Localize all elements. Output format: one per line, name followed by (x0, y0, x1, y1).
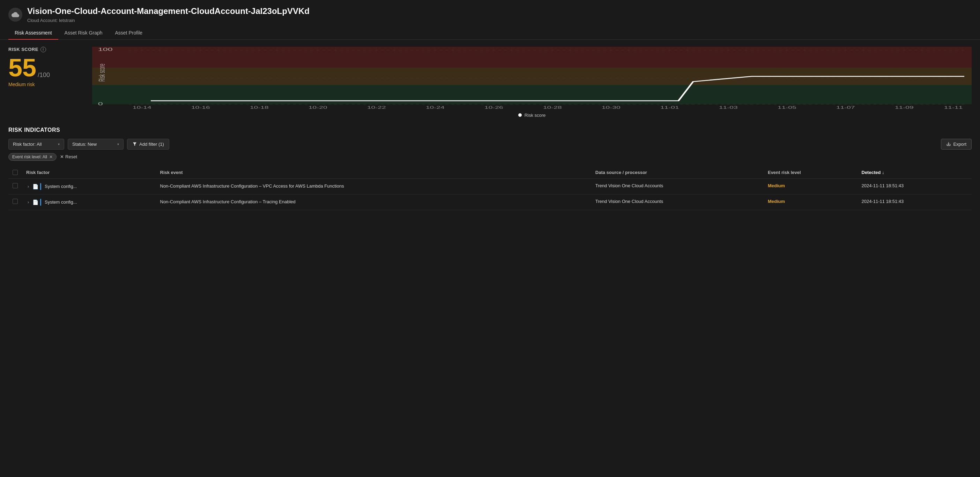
risk-indicators-section: RISK INDICATORS Risk factor: All ▾ Statu… (8, 127, 972, 210)
app-icon (8, 8, 22, 22)
row-checkbox[interactable] (13, 183, 18, 188)
th-risk-factor: Risk factor (22, 166, 156, 179)
export-icon (946, 141, 951, 146)
svg-text:11-05: 11-05 (778, 106, 796, 109)
row-checkbox[interactable] (13, 199, 18, 204)
chevron-down-icon: ▾ (117, 142, 119, 146)
svg-text:11-03: 11-03 (719, 106, 738, 109)
chart-svg: 100 0 Risk score 10-14 10-16 10-18 10-20… (92, 47, 972, 109)
svg-text:10-18: 10-18 (250, 106, 269, 109)
svg-text:11-11: 11-11 (944, 106, 963, 109)
close-icon: ✕ (60, 154, 64, 159)
svg-text:10-30: 10-30 (602, 106, 620, 109)
event-risk-level-chip[interactable]: Event risk level: All ✕ (8, 153, 57, 161)
risk-event-cell: Non-Compliant AWS Infrastructure Configu… (156, 194, 591, 210)
detected-cell: 2024-11-11 18:51:43 (858, 179, 972, 194)
svg-text:100: 100 (98, 47, 113, 52)
risk-indicators-title: RISK INDICATORS (8, 127, 972, 133)
chevron-down-icon: ▾ (58, 142, 60, 146)
th-event-risk-level: Event risk level (764, 166, 858, 179)
detected-cell: 2024-11-11 18:51:43 (858, 194, 972, 210)
add-filter-button[interactable]: Add filter (1) (127, 139, 169, 150)
risk-score-section: RISK SCORE i 55/100 Medium risk 100 0 (8, 47, 972, 116)
svg-text:0: 0 (98, 101, 103, 106)
risk-level-bar (40, 199, 41, 206)
filters-row: Risk factor: All ▾ Status: New ▾ Add fil… (8, 139, 972, 150)
svg-rect-0 (92, 47, 972, 68)
svg-text:10-22: 10-22 (367, 106, 386, 109)
svg-text:10-24: 10-24 (426, 106, 445, 109)
event-risk-level-cell: Medium (764, 194, 858, 210)
risk-factor-filter[interactable]: Risk factor: All ▾ (8, 139, 64, 150)
risk-score-label: RISK SCORE i (8, 47, 85, 52)
header-text: Vision-One-Cloud-Account-Management-Clou… (27, 6, 310, 23)
main-content: RISK SCORE i 55/100 Medium risk 100 0 (0, 40, 980, 217)
th-checkbox (8, 166, 22, 179)
document-icon: 📄 (32, 199, 39, 206)
tab-risk-assessment[interactable]: Risk Assessment (8, 27, 58, 40)
table-header-row: Risk factor Risk event Data source / pro… (8, 166, 972, 179)
th-detected[interactable]: Detected ↓ (858, 166, 972, 179)
svg-text:10-16: 10-16 (191, 106, 210, 109)
expand-row-button[interactable]: › (26, 200, 30, 205)
page-header: Vision-One-Cloud-Account-Management-Clou… (0, 0, 980, 27)
svg-text:10-20: 10-20 (309, 106, 328, 109)
active-filters-row: Event risk level: All ✕ ✕ Reset (8, 153, 972, 161)
legend-label: Risk score (525, 113, 546, 118)
risk-factor-cell: › 📄 System config... (22, 179, 156, 194)
svg-text:10-26: 10-26 (484, 106, 503, 109)
risk-score-chart: 100 0 Risk score 10-14 10-16 10-18 10-20… (92, 47, 972, 116)
risk-event-cell: Non-Compliant AWS Infrastructure Configu… (156, 179, 591, 194)
expand-row-button[interactable]: › (26, 184, 30, 189)
table-row: › 📄 System config... Non-Compliant AWS I… (8, 179, 972, 194)
page-title: Vision-One-Cloud-Account-Management-Clou… (27, 6, 310, 16)
svg-text:10-28: 10-28 (543, 106, 562, 109)
svg-text:11-01: 11-01 (660, 106, 679, 109)
risk-score-panel: RISK SCORE i 55/100 Medium risk (8, 47, 85, 87)
th-risk-event: Risk event (156, 166, 591, 179)
risk-score-value: 55/100 (8, 55, 85, 80)
status-filter[interactable]: Status: New ▾ (68, 139, 124, 150)
table-row: › 📄 System config... Non-Compliant AWS I… (8, 194, 972, 210)
risk-factor-cell: › 📄 System config... (22, 194, 156, 210)
reset-button[interactable]: ✕ Reset (60, 154, 77, 159)
row-checkbox-cell (8, 179, 22, 194)
svg-text:Risk score: Risk score (97, 63, 107, 81)
tab-bar: Risk Assessment Asset Risk Graph Asset P… (0, 27, 980, 40)
svg-text:11-09: 11-09 (895, 106, 914, 109)
page-subtitle: Cloud Account: letstrain (27, 18, 310, 23)
document-icon: 📄 (32, 183, 39, 190)
chart-legend: Risk score (92, 113, 972, 118)
close-icon[interactable]: ✕ (49, 154, 53, 159)
select-all-checkbox[interactable] (13, 170, 18, 175)
risk-indicators-table: Risk factor Risk event Data source / pro… (8, 166, 972, 210)
event-risk-level-cell: Medium (764, 179, 858, 194)
risk-level-bar (40, 183, 41, 190)
risk-score-description: Medium risk (8, 82, 85, 87)
row-checkbox-cell (8, 194, 22, 210)
info-icon[interactable]: i (40, 47, 46, 52)
tab-asset-profile[interactable]: Asset Profile (109, 27, 149, 40)
th-data-source: Data source / processor (591, 166, 764, 179)
filter-icon (132, 141, 137, 146)
legend-dot (518, 113, 522, 117)
svg-text:11-07: 11-07 (836, 106, 855, 109)
data-source-cell: Trend Vision One Cloud Accounts (591, 179, 764, 194)
tab-asset-risk-graph[interactable]: Asset Risk Graph (58, 27, 109, 40)
svg-text:10-14: 10-14 (133, 106, 151, 109)
data-source-cell: Trend Vision One Cloud Accounts (591, 194, 764, 210)
export-button[interactable]: Export (941, 139, 972, 150)
svg-rect-2 (92, 85, 972, 104)
